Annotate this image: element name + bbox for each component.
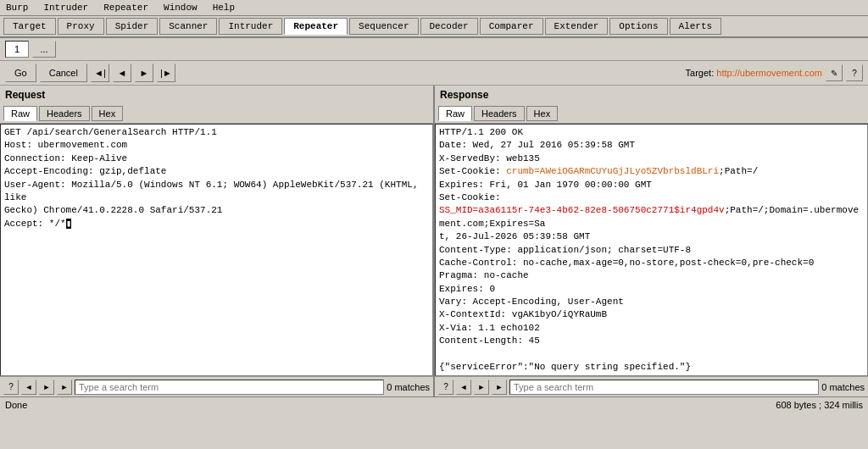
prev-history-button[interactable]: ◄| — [91, 64, 109, 82]
status-bar: Done 608 bytes ; 324 millis — [0, 396, 868, 412]
request-tab-raw[interactable]: Raw — [3, 106, 37, 121]
request-bottom-bar: ? ◄ ► ► 0 matches — [0, 376, 433, 396]
edit-target-button[interactable]: ✎ — [826, 64, 843, 81]
response-title: Response — [435, 86, 868, 104]
tab-alerts[interactable]: Alerts — [670, 18, 722, 35]
menu-bar: Burp Intruder Repeater Window Help — [0, 0, 868, 16]
tab-decoder[interactable]: Decoder — [420, 18, 478, 35]
menu-intruder[interactable]: Intruder — [41, 2, 91, 14]
status-left: Done — [5, 400, 27, 410]
menu-window[interactable]: Window — [161, 2, 200, 14]
response-content[interactable]: HTTP/1.1 200 OK Date: Wed, 27 Jul 2016 0… — [435, 124, 868, 376]
menu-repeater[interactable]: Repeater — [101, 2, 151, 14]
response-next-match-2[interactable]: ► — [492, 380, 507, 395]
request-next-match-2[interactable]: ► — [57, 380, 72, 395]
action-toolbar: Go Cancel ◄| ◄ ► |► Target: http://uberm… — [0, 61, 868, 86]
menu-burp[interactable]: Burp — [3, 2, 31, 14]
menu-help[interactable]: Help — [210, 2, 237, 14]
tab-extender[interactable]: Extender — [545, 18, 609, 35]
help-button[interactable]: ? — [846, 64, 863, 81]
target-url: http://ubermovement.com — [716, 68, 822, 78]
tab-scanner[interactable]: Scanner — [159, 18, 217, 35]
tab-number-input[interactable] — [5, 41, 29, 58]
request-tab-headers[interactable]: Headers — [39, 106, 90, 121]
repeater-tab-toolbar: ... — [0, 38, 868, 61]
prev-button[interactable]: ◄ — [113, 64, 131, 82]
request-title: Request — [0, 86, 433, 104]
response-help-btn[interactable]: ? — [438, 380, 453, 395]
response-panel: Response Raw Headers Hex HTTP/1.1 200 OK… — [435, 86, 868, 396]
tab-intruder[interactable]: Intruder — [219, 18, 282, 35]
request-help-btn[interactable]: ? — [3, 380, 19, 395]
panels-wrapper: Request Raw Headers Hex GET /api/search/… — [0, 86, 868, 396]
request-content[interactable]: GET /api/search/GeneralSearch HTTP/1.1 H… — [0, 124, 433, 376]
response-bottom-bar: ? ◄ ► ► 0 matches — [435, 376, 868, 396]
target-label: Target: http://ubermovement.com — [686, 68, 822, 78]
go-button[interactable]: Go — [5, 64, 36, 82]
main-tab-bar: Target Proxy Spider Scanner Intruder Rep… — [0, 16, 868, 38]
request-next-match-1[interactable]: ► — [39, 380, 54, 395]
cancel-button[interactable]: Cancel — [40, 64, 87, 82]
tab-options[interactable]: Options — [609, 18, 667, 35]
request-search-input[interactable] — [75, 380, 384, 395]
request-tab-bar: Raw Headers Hex — [0, 104, 433, 124]
status-right: 608 bytes ; 324 millis — [776, 400, 863, 410]
request-tab-hex[interactable]: Hex — [92, 106, 124, 121]
response-tab-raw[interactable]: Raw — [438, 106, 472, 121]
response-match-count: 0 matches — [821, 382, 865, 392]
tab-proxy[interactable]: Proxy — [58, 18, 104, 35]
next-button[interactable]: ► — [135, 64, 153, 82]
tab-menu-button[interactable]: ... — [32, 41, 56, 58]
response-search-input[interactable] — [509, 380, 819, 395]
tab-comparer[interactable]: Comparer — [480, 18, 543, 35]
response-tab-headers[interactable]: Headers — [474, 106, 525, 121]
tab-target[interactable]: Target — [3, 18, 56, 35]
response-tab-bar: Raw Headers Hex — [435, 104, 868, 124]
request-match-count: 0 matches — [387, 382, 430, 392]
response-tab-hex[interactable]: Hex — [526, 106, 559, 121]
request-panel: Request Raw Headers Hex GET /api/search/… — [0, 86, 435, 396]
tab-spider[interactable]: Spider — [106, 18, 159, 35]
tab-sequencer[interactable]: Sequencer — [349, 18, 418, 35]
request-prev-match[interactable]: ◄ — [21, 380, 36, 395]
response-next-match-1[interactable]: ► — [474, 380, 489, 395]
tab-repeater[interactable]: Repeater — [284, 18, 348, 35]
next-history-button[interactable]: |► — [157, 64, 175, 82]
response-prev-match[interactable]: ◄ — [456, 380, 471, 395]
